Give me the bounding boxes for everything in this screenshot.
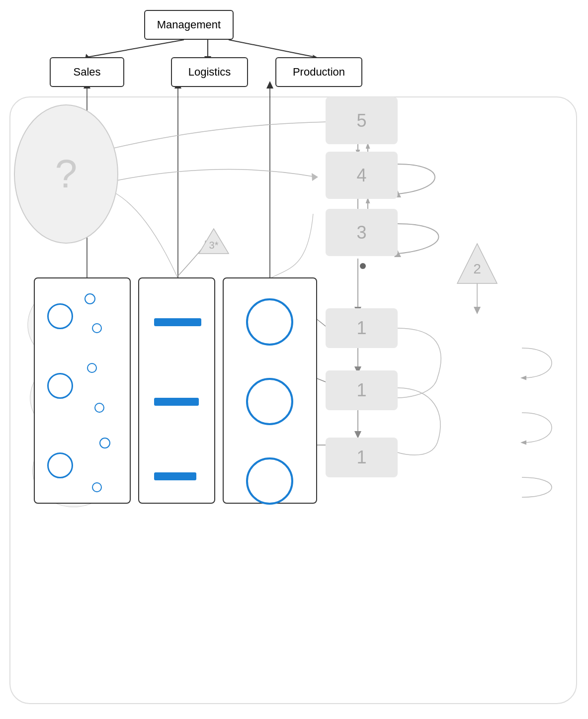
svg-line-6: [229, 40, 316, 57]
blue-circle-large-1: [47, 303, 73, 329]
blue-circle-sm-6: [92, 482, 102, 492]
svg-marker-29: [474, 307, 481, 314]
blue-circle-sm-4: [94, 403, 104, 413]
production-swimlane: [223, 277, 317, 504]
logistics-swimlane: [138, 277, 215, 504]
blue-circle-large-2: [47, 373, 73, 399]
production-box: Production: [275, 57, 362, 87]
gray-box-1a: 1: [326, 308, 398, 348]
blue-bar-2: [154, 398, 199, 406]
sales-swimlane: [34, 277, 131, 504]
question-mark-symbol: ?: [55, 151, 78, 197]
sales-label: Sales: [73, 66, 100, 79]
svg-point-19: [360, 263, 366, 269]
svg-marker-13: [266, 81, 273, 89]
svg-marker-55: [199, 229, 229, 254]
blue-bar-1: [154, 318, 201, 326]
box4-label: 4: [356, 165, 366, 186]
box1a-label: 1: [356, 318, 366, 339]
blue-circle-sm-3: [87, 363, 97, 373]
logistics-label: Logistics: [188, 66, 231, 79]
blue-circle-sm-2: [92, 323, 102, 333]
prod-circle-1: [246, 298, 293, 346]
box5-label: 5: [356, 110, 366, 131]
sales-box: Sales: [50, 57, 124, 87]
management-box: Management: [144, 10, 234, 40]
svg-marker-52: [204, 240, 210, 248]
prod-circle-3: [246, 457, 293, 505]
blue-bar-3: [154, 472, 196, 480]
blue-circle-sm-1: [84, 293, 95, 304]
svg-line-1: [87, 40, 184, 57]
diagram-container: 2 3* Management Sales Logistics Producti…: [0, 0, 588, 719]
box1c-label: 1: [356, 447, 366, 468]
gray-box-1b: 1: [326, 370, 398, 410]
question-ellipse: ?: [14, 104, 118, 244]
svg-text:3*: 3*: [209, 240, 219, 251]
svg-marker-53: [457, 244, 497, 283]
svg-text:2: 2: [473, 261, 481, 276]
gray-box-4: 4: [326, 152, 398, 199]
gray-box-1c: 1: [326, 438, 398, 477]
blue-circle-sm-5: [99, 438, 110, 449]
gray-box-5: 5: [326, 97, 398, 144]
logistics-box: Logistics: [171, 57, 248, 87]
svg-marker-36: [312, 173, 318, 181]
gray-box-3: 3: [326, 209, 398, 256]
production-label: Production: [293, 66, 345, 79]
prod-circle-2: [246, 378, 293, 425]
box1b-label: 1: [356, 380, 366, 401]
management-label: Management: [157, 18, 221, 31]
blue-circle-large-3: [47, 452, 73, 478]
box3-label: 3: [356, 222, 366, 243]
